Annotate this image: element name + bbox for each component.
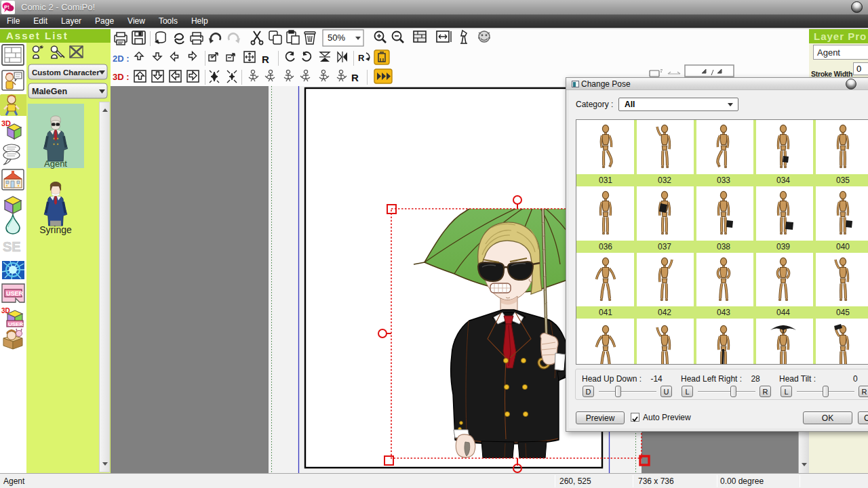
- svg-text:USER: USER: [6, 290, 24, 297]
- svg-text:038: 038: [717, 242, 730, 251]
- svg-text:044: 044: [776, 308, 790, 317]
- svg-text:Custom Character: Custom Character: [32, 68, 100, 77]
- svg-text:041: 041: [599, 308, 612, 317]
- svg-text:042: 042: [658, 308, 671, 317]
- svg-text:R: R: [262, 54, 269, 65]
- svg-text:032: 032: [658, 176, 671, 185]
- svg-text:Syringe: Syringe: [39, 224, 72, 235]
- svg-text:031: 031: [599, 176, 612, 185]
- svg-text:50%: 50%: [328, 33, 345, 43]
- svg-text:Agent: Agent: [44, 159, 67, 169]
- svg-text:034: 034: [776, 176, 790, 185]
- svg-text:USER: USER: [8, 321, 23, 327]
- svg-text:R: R: [358, 53, 365, 63]
- svg-text:MaleGen: MaleGen: [32, 87, 67, 96]
- svg-text:R: R: [351, 72, 359, 83]
- svg-text:037: 037: [658, 242, 671, 251]
- svg-text:043: 043: [717, 308, 730, 317]
- svg-text:033: 033: [717, 176, 730, 185]
- svg-text:036: 036: [599, 242, 612, 251]
- svg-text:039: 039: [776, 242, 790, 251]
- svg-text:SE: SE: [3, 239, 21, 254]
- svg-text:040: 040: [836, 242, 850, 251]
- svg-text:P!: P!: [4, 4, 9, 10]
- svg-text:2D :: 2D :: [113, 54, 130, 64]
- svg-text:035: 035: [836, 176, 850, 185]
- svg-text:3D :: 3D :: [113, 72, 130, 82]
- svg-text:045: 045: [836, 308, 850, 317]
